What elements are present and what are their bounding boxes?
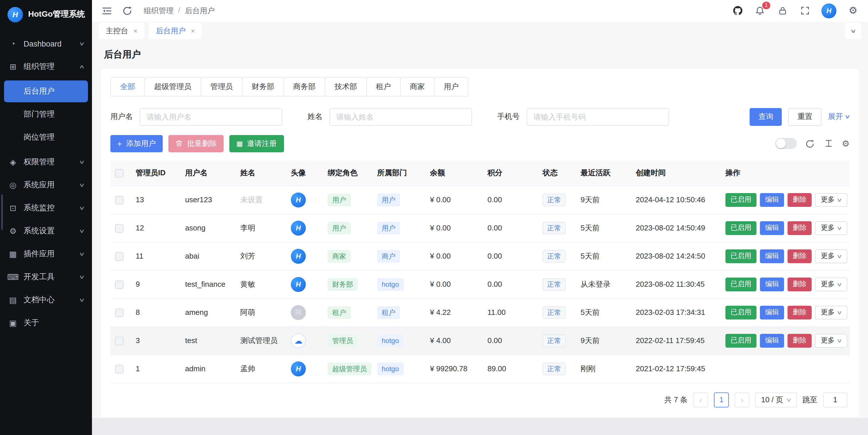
role-tab-label: 技术部 — [335, 82, 357, 92]
filter-input[interactable] — [527, 108, 669, 126]
chevron-down-icon: ∨ — [786, 397, 792, 403]
sidebar-subitem[interactable]: 后台用户 — [4, 81, 88, 102]
page-tab[interactable]: 主控台 × — [99, 23, 144, 39]
add-user-button[interactable]: + 添加用户 — [111, 135, 163, 152]
filter-input[interactable] — [140, 108, 282, 126]
more-button[interactable]: 更多 ∨ — [815, 249, 847, 263]
sidebar-item[interactable]: ⊡ 系统监控 ∨ — [0, 196, 92, 219]
select-all-checkbox[interactable] — [115, 169, 124, 178]
table-row[interactable]: 8 ameng 阿萌 阿 租户 租户 ¥ 4.22 11.00 正常 5天前 2 — [111, 299, 849, 327]
table-row[interactable]: 12 asong 李明 H 用户 用户 ¥ 0.00 0.00 正常 5天前 2 — [111, 214, 849, 242]
role-tab[interactable]: 全部 — [111, 77, 145, 97]
user-avatar[interactable]: H — [822, 3, 836, 19]
tabs-collapse-button[interactable]: ∨ — [845, 23, 861, 39]
column-header: 姓名 — [236, 160, 286, 186]
enabled-button[interactable]: 已启用 — [725, 249, 756, 263]
role-tab[interactable]: 商家 — [400, 77, 435, 97]
row-checkbox[interactable] — [115, 365, 124, 374]
invite-register-button[interactable]: ▦ 邀请注册 — [229, 135, 284, 152]
batch-delete-button[interactable]: 批量删除 — [168, 135, 224, 152]
fullscreen-icon[interactable] — [799, 5, 810, 17]
row-checkbox[interactable] — [115, 252, 124, 261]
row-checkbox[interactable] — [115, 196, 124, 205]
more-button[interactable]: 更多 ∨ — [815, 334, 847, 348]
menu-collapse-icon[interactable] — [101, 5, 113, 17]
more-button[interactable]: 更多 ∨ — [815, 193, 847, 207]
edit-button[interactable]: 编辑 — [760, 249, 784, 263]
refresh-icon[interactable] — [121, 5, 133, 17]
more-button[interactable]: 更多 ∨ — [815, 221, 847, 235]
edit-button[interactable]: 编辑 — [760, 334, 784, 348]
sidebar-subitem-label: 部门管理 — [24, 109, 55, 120]
delete-button[interactable]: 删除 — [787, 306, 812, 319]
breadcrumb-item[interactable]: 组织管理 — [144, 6, 174, 16]
role-tab[interactable]: 用户 — [434, 77, 468, 97]
enabled-button[interactable]: 已启用 — [725, 278, 756, 291]
gear-icon[interactable]: ⚙ — [847, 5, 859, 17]
role-tab[interactable]: 商务部 — [283, 77, 326, 97]
sidebar-item[interactable]: ◈ 权限管理 ∨ — [0, 151, 92, 174]
role-tab[interactable]: 财务部 — [242, 77, 284, 97]
column-settings-icon[interactable]: ⚙ — [842, 139, 849, 148]
sidebar-subitem[interactable]: 岗位管理 — [4, 126, 88, 148]
row-checkbox[interactable] — [115, 309, 124, 317]
current-page-button[interactable]: 1 — [714, 393, 729, 407]
sidebar-item[interactable]: ◎ 系统应用 ∨ — [0, 174, 92, 196]
row-height-icon[interactable] — [824, 139, 833, 149]
expand-link[interactable]: 展开 ∨ — [828, 112, 849, 122]
role-tab[interactable]: 管理员 — [200, 77, 243, 97]
page-tab[interactable]: 后台用户 × — [149, 23, 202, 39]
breadcrumb-item[interactable]: 后台用户 — [185, 6, 215, 16]
role-tab[interactable]: 技术部 — [325, 77, 367, 97]
enabled-button[interactable]: 已启用 — [725, 221, 756, 235]
table-row[interactable]: 1 admin 孟帅 H 超级管理员 hotgo ¥ 99290.78 89.0… — [111, 355, 849, 383]
sidebar-item[interactable]: ▦ 插件应用 ∨ — [0, 243, 92, 266]
more-button[interactable]: 更多 ∨ — [815, 278, 847, 291]
delete-button[interactable]: 删除 — [787, 221, 812, 235]
row-checkbox[interactable] — [115, 337, 124, 345]
reload-table-icon[interactable] — [805, 139, 815, 149]
table-row[interactable]: 9 test_finance 黄敏 H 财务部 hotgo ¥ 0.00 0.0… — [111, 270, 849, 299]
jump-page-input[interactable] — [823, 393, 847, 407]
sidebar-item[interactable]: ⌨ 开发工具 ∨ — [0, 266, 92, 288]
enabled-button[interactable]: 已启用 — [725, 306, 756, 319]
logo-row[interactable]: H HotGo管理系统 — [0, 0, 92, 29]
close-icon[interactable]: × — [133, 28, 137, 34]
row-checkbox[interactable] — [115, 280, 124, 289]
close-icon[interactable]: × — [191, 28, 195, 34]
delete-button[interactable]: 删除 — [787, 249, 812, 263]
edit-button[interactable]: 编辑 — [760, 193, 784, 207]
more-button[interactable]: 更多 ∨ — [815, 306, 847, 319]
delete-button[interactable]: 删除 — [787, 334, 812, 348]
sidebar-subitem[interactable]: 部门管理 — [4, 103, 88, 125]
enabled-button[interactable]: 已启用 — [725, 334, 756, 348]
search-button[interactable]: 查询 — [750, 108, 782, 126]
github-icon[interactable] — [732, 5, 743, 17]
enabled-button[interactable]: 已启用 — [725, 193, 756, 207]
row-checkbox[interactable] — [115, 224, 124, 233]
table-row[interactable]: 3 test 测试管理员 ☁ 管理员 hotgo ¥ 4.00 0.00 正常 … — [111, 327, 849, 355]
role-tab[interactable]: 租户 — [366, 77, 401, 97]
filter-input[interactable] — [330, 108, 472, 126]
sidebar-scrollbar[interactable] — [1, 194, 3, 230]
sidebar-item[interactable]: ◔ Dashboard ∨ — [0, 32, 92, 55]
sidebar-item-org[interactable]: ⊞ 组织管理 ∧ — [0, 55, 92, 78]
striped-toggle[interactable] — [775, 138, 797, 149]
sidebar-item[interactable]: ▤ 文档中心 ∨ — [0, 288, 92, 311]
delete-button[interactable]: 删除 — [787, 193, 812, 207]
table-row[interactable]: 11 abai 刘芳 H 商家 商户 ¥ 0.00 0.00 正常 5天前 20 — [111, 242, 849, 270]
edit-button[interactable]: 编辑 — [760, 221, 784, 235]
sidebar-item[interactable]: ▣ 关于 — [0, 311, 92, 335]
prev-page-button[interactable]: ‹ — [693, 393, 708, 407]
lock-icon[interactable] — [777, 5, 788, 17]
delete-button[interactable]: 删除 — [787, 278, 812, 291]
page-size-select[interactable]: 10 / 页 ∨ — [755, 393, 797, 407]
role-tab[interactable]: 超级管理员 — [144, 77, 201, 97]
table-row[interactable]: 13 user123 未设置 H 用户 用户 ¥ 0.00 0.00 正常 9天… — [111, 186, 849, 214]
edit-button[interactable]: 编辑 — [760, 278, 784, 291]
edit-button[interactable]: 编辑 — [760, 306, 784, 319]
reset-button[interactable]: 重置 — [788, 108, 822, 126]
sidebar-item[interactable]: ⚙ 系统设置 ∨ — [0, 219, 92, 243]
next-page-button[interactable]: › — [735, 393, 750, 407]
notification-bell-icon[interactable]: 1 — [754, 5, 766, 17]
